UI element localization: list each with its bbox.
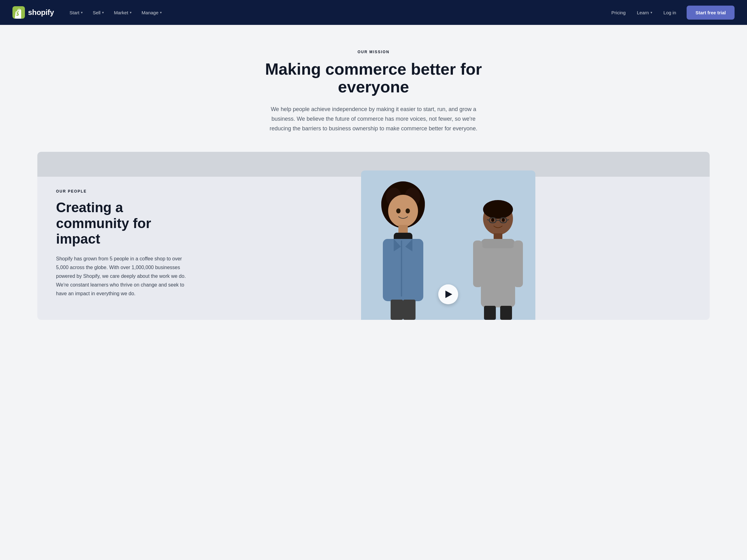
mission-body: We help people achieve independence by m… bbox=[264, 105, 483, 133]
svg-point-24 bbox=[491, 218, 494, 222]
svg-rect-28 bbox=[481, 239, 515, 248]
svg-rect-13 bbox=[391, 300, 403, 320]
play-icon bbox=[445, 291, 452, 298]
play-button[interactable] bbox=[438, 284, 458, 304]
people-photo bbox=[361, 170, 535, 320]
people-section: OUR PEOPLE Creating a community for impa… bbox=[0, 152, 747, 345]
mission-heading: Making commerce better for everyone bbox=[233, 60, 514, 96]
svg-point-25 bbox=[502, 218, 505, 222]
nav-pricing[interactable]: Pricing bbox=[607, 7, 630, 18]
svg-rect-32 bbox=[500, 306, 512, 320]
person-man-icon bbox=[467, 192, 529, 320]
person-woman-icon bbox=[367, 180, 439, 320]
svg-rect-12 bbox=[411, 283, 422, 298]
nav-start[interactable]: Start ▾ bbox=[65, 7, 87, 18]
people-label: OUR PEOPLE bbox=[56, 189, 187, 193]
start-trial-button[interactable]: Start free trial bbox=[687, 6, 735, 20]
svg-rect-27 bbox=[481, 239, 515, 308]
svg-rect-14 bbox=[403, 300, 415, 320]
svg-point-15 bbox=[396, 209, 401, 213]
chevron-down-icon: ▾ bbox=[102, 10, 104, 15]
nav-market[interactable]: Market ▾ bbox=[109, 7, 136, 18]
nav-manage[interactable]: Manage ▾ bbox=[137, 7, 166, 18]
navigation: shopify Start ▾ Sell ▾ Market ▾ Manage ▾… bbox=[0, 0, 747, 25]
nav-secondary-items: Pricing Learn ▾ Log in Start free trial bbox=[607, 6, 735, 20]
chevron-down-icon: ▾ bbox=[160, 10, 162, 15]
people-heading: Creating a community for impact bbox=[56, 200, 187, 247]
svg-rect-11 bbox=[384, 283, 395, 298]
chevron-down-icon: ▾ bbox=[650, 10, 652, 15]
people-card: OUR PEOPLE Creating a community for impa… bbox=[37, 152, 710, 320]
chevron-down-icon: ▾ bbox=[81, 10, 83, 15]
nav-primary-items: Start ▾ Sell ▾ Market ▾ Manage ▾ bbox=[65, 7, 607, 18]
svg-point-16 bbox=[406, 209, 410, 213]
svg-point-6 bbox=[388, 195, 418, 227]
shopify-logo-icon bbox=[12, 6, 25, 19]
nav-login[interactable]: Log in bbox=[659, 7, 681, 18]
svg-rect-31 bbox=[484, 306, 496, 320]
nav-sell[interactable]: Sell ▾ bbox=[88, 7, 108, 18]
logo-link[interactable]: shopify bbox=[12, 6, 54, 19]
people-image bbox=[205, 170, 691, 320]
svg-rect-29 bbox=[473, 240, 483, 287]
svg-point-18 bbox=[483, 200, 513, 219]
chevron-down-icon: ▾ bbox=[130, 10, 132, 15]
svg-rect-30 bbox=[514, 240, 523, 287]
mission-section: OUR MISSION Making commerce better for e… bbox=[0, 25, 747, 152]
people-body: Shopify has grown from 5 people in a cof… bbox=[56, 255, 187, 298]
people-text: OUR PEOPLE Creating a community for impa… bbox=[56, 170, 187, 320]
svg-rect-10 bbox=[401, 240, 402, 296]
logo-text: shopify bbox=[28, 8, 54, 17]
nav-learn[interactable]: Learn ▾ bbox=[633, 7, 656, 18]
mission-label: OUR MISSION bbox=[12, 50, 735, 54]
